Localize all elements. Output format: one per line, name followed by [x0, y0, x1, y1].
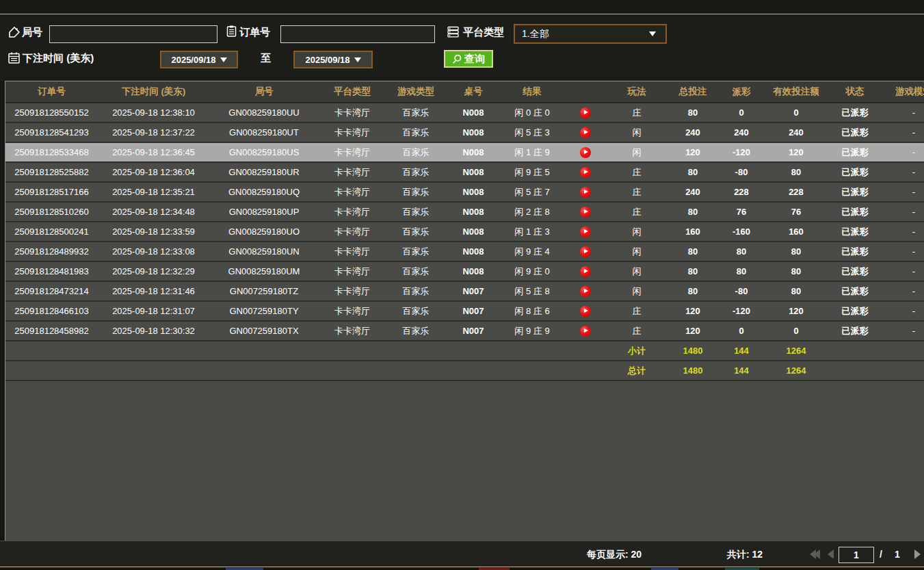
column-header-round_id: 局号 [209, 81, 319, 103]
cell-round_id: GN008259180US [209, 142, 319, 162]
subtotal-row-cell-result [501, 341, 564, 361]
table-row[interactable]: 2509181285501522025-09-18 12:38:10GN0082… [5, 103, 924, 122]
cell-status: 已派彩 [829, 103, 881, 122]
round-number-label: 局号 [22, 26, 42, 39]
cell-round_id: GN008259180UO [209, 222, 319, 242]
cell-table_no: N008 [446, 242, 501, 261]
first-page-button[interactable] [810, 549, 820, 559]
play-video-button[interactable] [580, 246, 591, 257]
table-row[interactable]: 2509181284732142025-09-18 12:31:46GN0072… [5, 281, 924, 301]
play-video-button[interactable] [580, 306, 591, 317]
play-video-button[interactable] [580, 107, 591, 118]
previous-page-button[interactable] [828, 549, 834, 559]
cell-play: 闲 [607, 242, 666, 261]
cell-game_type: 百家乐 [386, 182, 446, 202]
cell-game_mode: - [881, 142, 924, 162]
play-video-button[interactable] [580, 226, 591, 237]
cell-bet_time: 2025-09-18 12:33:59 [98, 222, 209, 242]
grand-total-row-cell-game_mode [881, 361, 924, 380]
cell-game_type: 百家乐 [386, 222, 446, 242]
cell-status: 已派彩 [829, 182, 881, 202]
cell-game_type: 百家乐 [386, 242, 446, 261]
cell-order_id: 250918128473214 [5, 281, 98, 301]
table-row[interactable]: 2509181285258822025-09-18 12:36:04GN0082… [5, 162, 924, 182]
column-header-payout: 派彩 [720, 81, 763, 103]
subtotal-row-cell-platform [319, 341, 386, 361]
column-header-status: 状态 [829, 81, 881, 103]
cell-total_bet: 80 [666, 202, 720, 222]
cell-valid_bet: 240 [763, 122, 829, 142]
subtotal-row-cell-order_id [5, 341, 98, 361]
cell-platform: 卡卡湾厅 [319, 202, 386, 222]
order-number-input[interactable] [280, 25, 435, 43]
cell-payout: 76 [720, 202, 763, 222]
play-video-button[interactable] [580, 326, 591, 337]
cell-bet_time: 2025-09-18 12:36:04 [98, 162, 209, 182]
bet-time-label: 下注时间 (美东) [23, 52, 94, 65]
cell-game_type: 百家乐 [386, 261, 446, 281]
column-header-result: 结果 [501, 81, 564, 103]
round-number-input[interactable] [49, 25, 217, 43]
cell-result: 闲 0 庄 0 [501, 103, 564, 122]
cell-table_no: N008 [446, 122, 501, 142]
cell-status: 已派彩 [829, 122, 881, 142]
column-header-play: 玩法 [607, 81, 666, 103]
cell-video [564, 242, 607, 261]
query-button[interactable]: 查询 [444, 50, 493, 68]
cell-total_bet: 80 [666, 261, 720, 281]
cell-result: 闲 1 庄 9 [501, 142, 564, 162]
next-page-button[interactable] [914, 549, 921, 559]
play-video-button[interactable] [580, 286, 591, 297]
cell-platform: 卡卡湾厅 [319, 103, 386, 122]
table-row[interactable]: 2509181284899322025-09-18 12:33:08GN0082… [5, 242, 924, 261]
current-page-input[interactable] [839, 547, 874, 563]
cell-status: 已派彩 [829, 242, 881, 261]
cell-valid_bet: 80 [763, 242, 829, 261]
page-separator: / [880, 549, 882, 560]
play-video-button[interactable] [580, 167, 591, 178]
table-row[interactable]: 2509181284589822025-09-18 12:30:32GN0072… [5, 321, 924, 341]
play-video-button[interactable] [580, 187, 591, 198]
platform-type-select[interactable]: 1.全部 [514, 24, 667, 44]
table-row[interactable]: 2509181285102602025-09-18 12:34:48GN0082… [5, 202, 924, 222]
cell-bet_time: 2025-09-18 12:37:22 [98, 122, 209, 142]
cell-game_type: 百家乐 [386, 301, 446, 321]
table-row[interactable]: 2509181285334682025-09-18 12:36:45GN0082… [5, 142, 924, 162]
play-video-button[interactable] [580, 147, 591, 158]
table-row[interactable]: 2509181284819832025-09-18 12:32:29GN0082… [5, 261, 924, 281]
cell-platform: 卡卡湾厅 [319, 222, 386, 242]
play-video-button[interactable] [580, 127, 591, 138]
play-video-button[interactable] [580, 207, 591, 218]
table-row[interactable]: 2509181285171662025-09-18 12:35:21GN0082… [5, 182, 924, 202]
cell-order_id: 250918128525882 [5, 162, 98, 182]
date-from-picker[interactable]: 2025/09/18 [160, 51, 238, 68]
cell-payout: -120 [720, 142, 763, 162]
background-sliver [0, 567, 924, 570]
cell-game_type: 百家乐 [386, 142, 446, 162]
cell-valid_bet: 0 [763, 103, 829, 122]
date-to-picker[interactable]: 2025/09/18 [293, 51, 373, 68]
grand-total-row-cell-round_id [209, 361, 319, 380]
cell-order_id: 250918128517166 [5, 182, 98, 202]
cell-game_mode: - [881, 222, 924, 242]
cell-play: 庄 [607, 162, 666, 182]
cell-order_id: 250918128500241 [5, 222, 98, 242]
cell-result: 闲 8 庄 6 [501, 301, 564, 321]
cell-round_id: GN008259180UR [209, 162, 319, 182]
date-to-label: 至 [261, 52, 271, 65]
column-header-table_no: 桌号 [446, 81, 501, 103]
cell-valid_bet: 160 [763, 222, 829, 242]
cell-order_id: 250918128541293 [5, 122, 98, 142]
table-row[interactable]: 2509181285002412025-09-18 12:33:59GN0082… [5, 222, 924, 242]
cell-status: 已派彩 [829, 142, 881, 162]
cell-valid_bet: 0 [763, 321, 829, 341]
cell-game_mode: - [881, 202, 924, 222]
cell-result: 闲 9 庄 5 [501, 162, 564, 182]
cell-platform: 卡卡湾厅 [319, 242, 386, 261]
table-row[interactable]: 2509181284661032025-09-18 12:31:07GN0072… [5, 301, 924, 321]
column-header-game_mode: 游戏模式 [881, 81, 924, 103]
cell-game_type: 百家乐 [386, 162, 446, 182]
play-video-button[interactable] [580, 266, 591, 277]
grand-total-row-cell-bet_time [98, 361, 209, 380]
table-row[interactable]: 2509181285412932025-09-18 12:37:22GN0082… [5, 122, 924, 142]
